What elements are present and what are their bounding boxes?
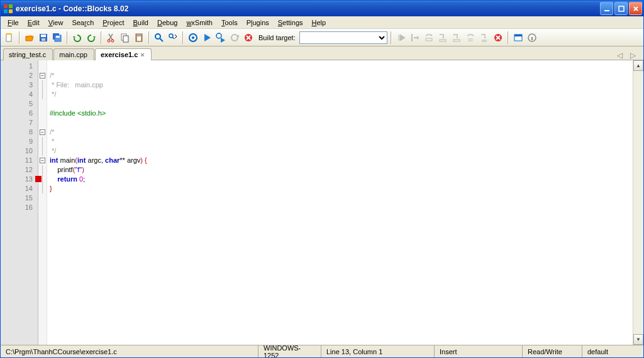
svg-rect-29: [453, 40, 460, 41]
tab-string-test[interactable]: string_test.c: [3, 48, 53, 60]
menu-edit[interactable]: Edit: [23, 18, 44, 28]
menu-debug[interactable]: Debug: [153, 18, 182, 28]
menu-build[interactable]: Build: [129, 18, 153, 28]
vertical-scrollbar[interactable]: ▲ ▼: [633, 60, 643, 345]
menu-wxsmith[interactable]: wxSmith: [182, 18, 217, 28]
svg-rect-8: [41, 35, 46, 37]
svg-rect-1: [9, 4, 13, 8]
app-icon: [3, 4, 13, 14]
code-area[interactable]: /* * File: main.cpp */#include <stdio.h>…: [47, 60, 633, 345]
build-run-button[interactable]: [214, 31, 227, 44]
menu-tools[interactable]: Tools: [217, 18, 242, 28]
build-target-label: Build target:: [258, 34, 296, 41]
status-position: Line 13, Column 1: [321, 345, 435, 357]
editor: 12345678910111213141516 −−− /* * File: m…: [1, 60, 643, 345]
scroll-track[interactable]: [633, 71, 643, 334]
cut-button[interactable]: [105, 31, 118, 44]
status-encoding: WINDOWS-1252: [258, 345, 321, 357]
abort-button[interactable]: [242, 31, 255, 44]
tab-exercise1[interactable]: exercise1.c×: [95, 48, 152, 60]
svg-point-23: [192, 36, 194, 39]
next-instr-button[interactable]: [464, 31, 477, 44]
menu-settings[interactable]: Settings: [274, 18, 308, 28]
redo-button[interactable]: [85, 31, 97, 44]
menubar: File Edit View Search Project Build Debu…: [1, 16, 643, 29]
step-into-button[interactable]: [436, 31, 449, 44]
menu-file[interactable]: File: [3, 18, 23, 28]
svg-rect-32: [514, 35, 522, 36]
close-tab-icon[interactable]: ×: [140, 51, 144, 58]
close-button[interactable]: [629, 2, 642, 15]
toolbar: Build target:: [1, 29, 643, 46]
stop-debugger-button[interactable]: [492, 31, 504, 44]
svg-rect-18: [137, 33, 141, 35]
menu-search[interactable]: Search: [67, 18, 98, 28]
titlebar: exercise1.c - Code::Blocks 8.02: [1, 1, 643, 16]
svg-rect-28: [440, 40, 446, 41]
tab-nav: ◁ ▷: [614, 51, 641, 60]
svg-rect-16: [123, 36, 128, 42]
menu-view[interactable]: View: [44, 18, 68, 28]
tab-prev-icon[interactable]: ◁: [614, 51, 625, 60]
svg-rect-27: [426, 38, 432, 41]
svg-point-24: [216, 33, 221, 38]
svg-rect-4: [604, 10, 609, 11]
info-button[interactable]: [526, 31, 538, 44]
scroll-up-button[interactable]: ▲: [633, 60, 643, 71]
status-readwrite: Read/Write: [523, 345, 582, 357]
save-all-button[interactable]: [51, 31, 64, 44]
debugging-windows-button[interactable]: [512, 31, 525, 44]
open-button[interactable]: [23, 31, 36, 44]
build-target-select[interactable]: [299, 31, 387, 44]
run-to-cursor-button[interactable]: [409, 31, 421, 44]
svg-rect-2: [4, 9, 8, 13]
step-out-button[interactable]: [450, 31, 463, 44]
menu-project[interactable]: Project: [98, 18, 128, 28]
window-title: exercise1.c - Code::Blocks 8.02: [16, 4, 600, 13]
step-into-instr-button[interactable]: [478, 31, 491, 44]
svg-point-25: [231, 35, 238, 41]
scroll-down-button[interactable]: ▼: [633, 334, 643, 345]
svg-rect-12: [56, 36, 60, 38]
tab-main-cpp[interactable]: main.cpp: [53, 48, 94, 60]
svg-point-20: [155, 34, 160, 39]
line-gutter[interactable]: 12345678910111213141516: [1, 60, 38, 345]
next-line-button[interactable]: [423, 31, 435, 44]
copy-button[interactable]: [119, 31, 131, 44]
tab-next-icon[interactable]: ▷: [628, 51, 638, 60]
svg-rect-19: [137, 36, 141, 41]
undo-button[interactable]: [71, 31, 84, 44]
paste-button[interactable]: [133, 31, 145, 44]
status-profile: default: [582, 345, 643, 357]
find-button[interactable]: [153, 31, 165, 44]
rebuild-button[interactable]: [228, 31, 241, 44]
replace-button[interactable]: [167, 31, 179, 44]
menu-help[interactable]: Help: [308, 18, 331, 28]
debug-continue-button[interactable]: [395, 31, 408, 44]
window-buttons: [600, 2, 642, 15]
svg-rect-3: [9, 9, 13, 13]
menu-plugins[interactable]: Plugins: [242, 18, 274, 28]
build-button[interactable]: [187, 31, 199, 44]
svg-rect-9: [42, 38, 45, 41]
new-file-button[interactable]: [3, 31, 16, 44]
fold-column[interactable]: −−−: [38, 60, 47, 345]
status-insert: Insert: [435, 345, 523, 357]
status-path: C:\Prgm\ThanhCCourse\exercise1.c: [1, 345, 258, 357]
minimize-button[interactable]: [600, 2, 613, 15]
svg-rect-0: [4, 4, 8, 8]
editor-tabs: string_test.c main.cpp exercise1.c× ◁ ▷: [1, 46, 643, 60]
save-button[interactable]: [37, 31, 50, 44]
svg-rect-6: [6, 34, 11, 41]
svg-rect-5: [619, 6, 624, 11]
maximize-button[interactable]: [614, 2, 628, 15]
run-button[interactable]: [201, 31, 213, 44]
statusbar: C:\Prgm\ThanhCCourse\exercise1.c WINDOWS…: [1, 345, 643, 357]
